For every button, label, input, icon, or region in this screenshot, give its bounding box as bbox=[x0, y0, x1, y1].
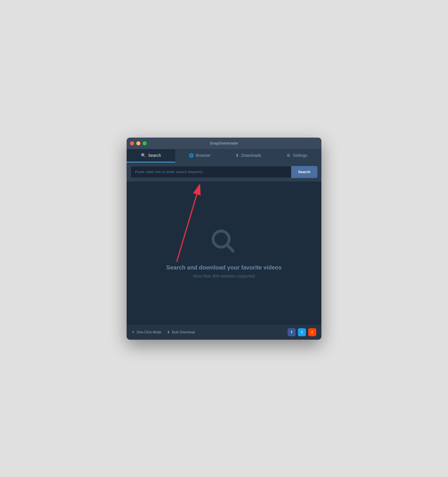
browser-tab-icon: 🌐 bbox=[189, 153, 194, 158]
large-search-icon bbox=[210, 228, 238, 256]
app-window: SnapDownloader 🔍 Search 🌐 Browser ⬇ Down… bbox=[127, 138, 321, 340]
svg-line-1 bbox=[177, 194, 197, 262]
one-click-label: One-Click Mode bbox=[137, 330, 161, 334]
search-bar-container: Search bbox=[127, 163, 321, 181]
reddit-icon: r bbox=[311, 330, 313, 334]
maximize-button[interactable] bbox=[143, 141, 147, 145]
window-title: SnapDownloader bbox=[210, 141, 238, 145]
facebook-icon: f bbox=[291, 330, 292, 334]
one-click-mode-button[interactable]: ✦ One-Click Mode bbox=[132, 330, 161, 334]
search-input[interactable] bbox=[131, 166, 291, 178]
tab-browser[interactable]: 🌐 Browser bbox=[175, 149, 224, 163]
main-subheading: More than 900 websites supported bbox=[193, 274, 255, 278]
svg-line-3 bbox=[227, 245, 233, 251]
nav-tabs: 🔍 Search 🌐 Browser ⬇ Downloads ⚙ Setting… bbox=[127, 149, 321, 163]
tab-settings-label: Settings bbox=[293, 153, 307, 158]
main-heading: Search and download your favorite videos bbox=[166, 264, 282, 271]
bulk-download-button[interactable]: ⬇ Bulk Download bbox=[167, 330, 195, 334]
bulk-download-icon: ⬇ bbox=[167, 330, 170, 334]
bulk-download-label: Bulk Download bbox=[172, 330, 195, 334]
tab-search-label: Search bbox=[148, 153, 161, 158]
search-tab-icon: 🔍 bbox=[141, 153, 146, 158]
footer: ✦ One-Click Mode ⬇ Bulk Download f t r bbox=[127, 325, 321, 340]
title-bar: SnapDownloader bbox=[127, 138, 321, 149]
footer-social: f t r bbox=[288, 328, 316, 336]
tab-downloads[interactable]: ⬇ Downloads bbox=[224, 149, 273, 163]
twitter-button[interactable]: t bbox=[298, 328, 306, 336]
main-content: Search and download your favorite videos… bbox=[127, 181, 321, 325]
minimize-button[interactable] bbox=[136, 141, 140, 145]
one-click-icon: ✦ bbox=[132, 330, 135, 334]
facebook-button[interactable]: f bbox=[288, 328, 296, 336]
tab-search[interactable]: 🔍 Search bbox=[127, 149, 175, 163]
footer-left: ✦ One-Click Mode ⬇ Bulk Download bbox=[132, 330, 195, 334]
tab-downloads-label: Downloads bbox=[241, 153, 261, 158]
tab-browser-label: Browser bbox=[196, 153, 211, 158]
tab-settings[interactable]: ⚙ Settings bbox=[273, 149, 321, 163]
traffic-lights bbox=[130, 141, 147, 145]
reddit-button[interactable]: r bbox=[308, 328, 316, 336]
settings-tab-icon: ⚙ bbox=[287, 153, 290, 158]
close-button[interactable] bbox=[130, 141, 134, 145]
twitter-icon: t bbox=[301, 330, 302, 334]
search-submit-button[interactable]: Search bbox=[291, 166, 317, 178]
downloads-tab-icon: ⬇ bbox=[235, 153, 239, 158]
